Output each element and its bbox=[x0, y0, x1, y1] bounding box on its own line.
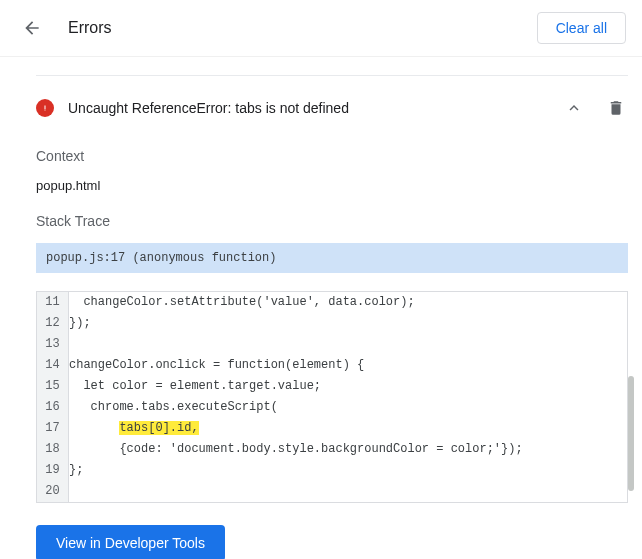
code-text: changeColor.setAttribute('value', data.c… bbox=[69, 292, 628, 314]
code-line: 11 changeColor.setAttribute('value', dat… bbox=[37, 292, 628, 314]
delete-button[interactable] bbox=[604, 96, 628, 120]
code-line: 15 let color = element.target.value; bbox=[37, 376, 628, 397]
stack-trace-heading: Stack Trace bbox=[36, 213, 628, 229]
code-line: 17 tabs[0].id, bbox=[37, 418, 628, 439]
arrow-back-icon bbox=[22, 18, 42, 38]
line-number: 13 bbox=[37, 334, 69, 355]
error-message: Uncaught ReferenceError: tabs is not def… bbox=[68, 100, 560, 116]
code-text: chrome.tabs.executeScript( bbox=[69, 397, 628, 418]
code-text bbox=[69, 334, 628, 355]
scrollbar[interactable] bbox=[628, 376, 634, 491]
line-number: 11 bbox=[37, 292, 69, 314]
line-number: 16 bbox=[37, 397, 69, 418]
line-number: 15 bbox=[37, 376, 69, 397]
line-number: 18 bbox=[37, 439, 69, 460]
trash-icon bbox=[607, 99, 625, 117]
context-value: popup.html bbox=[36, 178, 628, 193]
code-table: 11 changeColor.setAttribute('value', dat… bbox=[36, 291, 628, 503]
code-text: }); bbox=[69, 313, 628, 334]
code-text bbox=[69, 481, 628, 503]
code-text: {code: 'document.body.style.backgroundCo… bbox=[69, 439, 628, 460]
stack-trace-label[interactable]: popup.js:17 (anonymous function) bbox=[36, 243, 628, 273]
line-number: 17 bbox=[37, 418, 69, 439]
line-number: 19 bbox=[37, 460, 69, 481]
header: Errors Clear all bbox=[0, 0, 642, 57]
code-line: 19}; bbox=[37, 460, 628, 481]
context-heading: Context bbox=[36, 148, 628, 164]
code-line: 12}); bbox=[37, 313, 628, 334]
code-text: let color = element.target.value; bbox=[69, 376, 628, 397]
code-line: 14changeColor.onclick = function(element… bbox=[37, 355, 628, 376]
code-line: 13 bbox=[37, 334, 628, 355]
content: Uncaught ReferenceError: tabs is not def… bbox=[0, 57, 642, 559]
line-number: 12 bbox=[37, 313, 69, 334]
code-line: 16 chrome.tabs.executeScript( bbox=[37, 397, 628, 418]
code-text: }; bbox=[69, 460, 628, 481]
clear-all-button[interactable]: Clear all bbox=[537, 12, 626, 44]
error-summary-row: Uncaught ReferenceError: tabs is not def… bbox=[36, 75, 628, 138]
code-text: changeColor.onclick = function(element) … bbox=[69, 355, 628, 376]
code-line: 20 bbox=[37, 481, 628, 503]
code-block: 11 changeColor.setAttribute('value', dat… bbox=[36, 291, 628, 503]
collapse-button[interactable] bbox=[560, 94, 588, 122]
line-number: 20 bbox=[37, 481, 69, 503]
back-button[interactable] bbox=[20, 16, 44, 40]
page-title: Errors bbox=[68, 19, 537, 37]
code-text: tabs[0].id, bbox=[69, 418, 628, 439]
code-line: 18 {code: 'document.body.style.backgroun… bbox=[37, 439, 628, 460]
error-icon bbox=[36, 99, 54, 117]
line-number: 14 bbox=[37, 355, 69, 376]
view-devtools-button[interactable]: View in Developer Tools bbox=[36, 525, 225, 559]
chevron-up-icon bbox=[565, 99, 583, 117]
